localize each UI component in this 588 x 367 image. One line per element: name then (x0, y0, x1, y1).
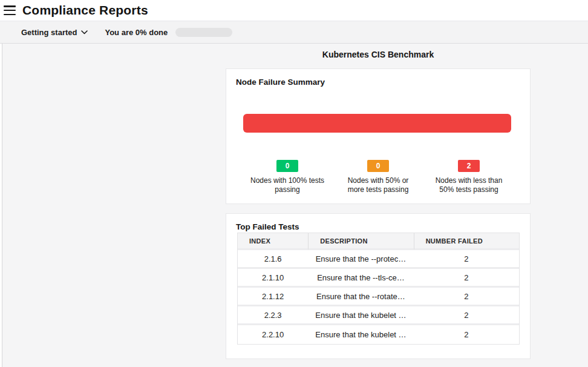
getting-started-label: Getting started (21, 28, 77, 37)
table-row: 2.1.10 Ensure that the --tls-ce… 2 (238, 269, 519, 288)
stat-passing-50-plus: 0 Nodes with 50% or more tests passing (333, 160, 423, 194)
cell-index: 2.1.10 (238, 269, 308, 288)
node-failure-stats: 0 Nodes with 100% tests passing 0 Nodes … (242, 160, 514, 194)
cell-number-failed: 2 (414, 325, 519, 344)
cell-description: Ensure that the --protec… (308, 250, 413, 269)
stat-passing-below-50: 2 Nodes with less than 50% tests passing (423, 160, 514, 194)
column-header-index: INDEX (238, 233, 308, 250)
node-failure-summary-bar (243, 114, 511, 133)
node-failure-summary-card: Node Failure Summary 0 Nodes with 100% t… (226, 68, 531, 204)
stat-label-passing-100: Nodes with 100% tests passing (242, 176, 333, 194)
cell-index: 2.2.10 (238, 325, 308, 344)
getting-started-bar: Getting started You are 0% done (0, 21, 588, 44)
stat-label-passing-50-plus: Nodes with 50% or more tests passing (333, 176, 423, 194)
chevron-down-icon (81, 30, 88, 35)
table-row: 2.2.3 Ensure that the kubelet … 2 (238, 306, 519, 325)
table-row: 2.2.10 Ensure that the kubelet … 2 (238, 325, 519, 344)
app-header: Compliance Reports (0, 0, 588, 21)
page-title: Compliance Reports (22, 3, 148, 18)
cell-number-failed: 2 (414, 288, 519, 306)
getting-started-dropdown[interactable]: Getting started (21, 28, 88, 37)
progress-text: You are 0% done (105, 28, 168, 37)
report-column: Kubernetes CIS Benchmark Node Failure Su… (226, 44, 531, 359)
cell-description: Ensure that the --rotate… (308, 288, 413, 306)
table-header-row: INDEX DESCRIPTION NUMBER FAILED (238, 233, 519, 250)
stat-badge-passing-below-50: 2 (458, 160, 480, 172)
table-row: 2.1.12 Ensure that the --rotate… 2 (238, 288, 519, 306)
stat-badge-passing-100: 0 (276, 160, 298, 172)
collapsed-sidebar-edge (0, 44, 2, 367)
progress-bar (175, 28, 232, 37)
top-failed-tests-card: Top Failed Tests INDEX DESCRIPTION NUMBE… (226, 213, 531, 359)
table-row: 2.1.6 Ensure that the --protec… 2 (238, 250, 519, 269)
main-content: Kubernetes CIS Benchmark Node Failure Su… (0, 44, 588, 367)
benchmark-title: Kubernetes CIS Benchmark (226, 50, 531, 60)
stat-passing-100: 0 Nodes with 100% tests passing (242, 160, 333, 194)
cell-number-failed: 2 (414, 306, 519, 325)
cell-number-failed: 2 (414, 250, 519, 269)
node-failure-summary-title: Node Failure Summary (226, 69, 530, 87)
hamburger-menu-icon[interactable] (4, 5, 16, 15)
column-header-number-failed: NUMBER FAILED (414, 233, 519, 250)
cell-description: Ensure that the --tls-ce… (308, 269, 413, 288)
stat-badge-passing-50-plus: 0 (367, 160, 389, 172)
stat-label-passing-below-50: Nodes with less than 50% tests passing (423, 176, 514, 194)
column-header-description: DESCRIPTION (308, 233, 413, 250)
cell-description: Ensure that the kubelet … (308, 325, 413, 344)
cell-index: 2.1.6 (238, 250, 308, 269)
cell-index: 2.1.12 (238, 288, 308, 306)
cell-number-failed: 2 (414, 269, 519, 288)
top-failed-tests-title: Top Failed Tests (226, 214, 530, 232)
cell-index: 2.2.3 (238, 306, 308, 325)
cell-description: Ensure that the kubelet … (308, 306, 413, 325)
top-failed-tests-table: INDEX DESCRIPTION NUMBER FAILED 2.1.6 En… (237, 233, 520, 345)
